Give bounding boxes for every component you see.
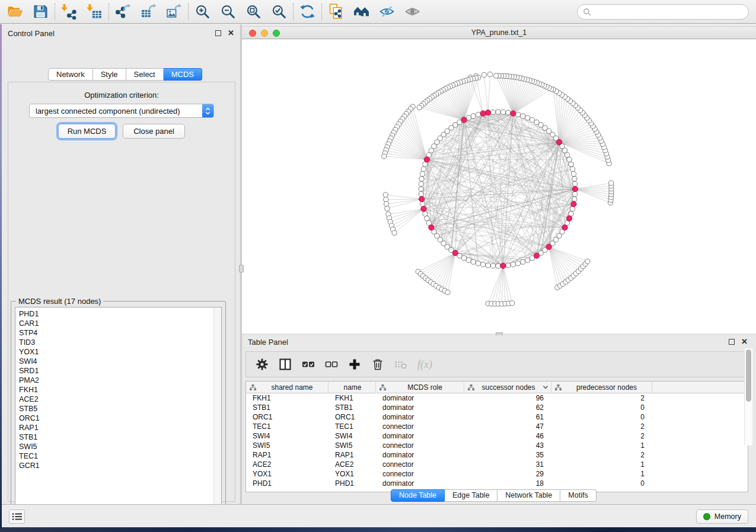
deselect-all-icon[interactable] <box>325 358 338 371</box>
table-cell: SWI5 <box>246 441 328 450</box>
list-item[interactable]: PMA2 <box>19 376 221 385</box>
network-window-titlebar[interactable]: YPA_prune.txt_1 <box>242 26 756 39</box>
tab-mcds[interactable]: MCDS <box>164 68 202 81</box>
table-row[interactable]: TEC1TEC1connector472 <box>246 422 748 431</box>
table-row[interactable]: ORC1ORC1dominator610 <box>246 412 748 422</box>
criterion-select[interactable]: largest connected component (undirected) <box>29 104 214 118</box>
table-scrollbar[interactable] <box>744 348 752 446</box>
eye-icon[interactable] <box>404 4 420 20</box>
select-all-icon[interactable] <box>302 358 315 371</box>
task-history-button[interactable] <box>9 509 25 524</box>
list-item[interactable]: STB1 <box>19 432 221 442</box>
open-folder-icon[interactable] <box>7 4 23 20</box>
tab-edge-table[interactable]: Edge Table <box>445 489 497 502</box>
list-item[interactable]: RAP1 <box>19 423 221 432</box>
table-row[interactable]: FKH1FKH1dominator962 <box>246 393 748 403</box>
column-header-name[interactable]: name <box>328 382 376 393</box>
network-window-title: YPA_prune.txt_1 <box>242 28 756 37</box>
search-input[interactable] <box>592 6 748 18</box>
houses-icon[interactable] <box>353 4 369 20</box>
list-item[interactable]: TID3 <box>19 338 221 347</box>
table-row[interactable]: ACE2ACE2connector311 <box>246 460 748 469</box>
table-cell: TEC1 <box>328 422 376 431</box>
column-header-MCDS-role[interactable]: MCDS role <box>376 382 464 393</box>
column-header-shared-name[interactable]: shared name <box>246 382 328 393</box>
list-item[interactable]: GCR1 <box>19 461 221 470</box>
memory-button[interactable]: Memory <box>696 509 748 524</box>
table-cell: 0 <box>551 412 652 422</box>
import-network-icon[interactable] <box>61 4 77 20</box>
eye-slash-icon[interactable] <box>379 4 395 20</box>
column-header-successor-nodes[interactable]: successor nodes <box>464 382 551 393</box>
tab-node-table[interactable]: Node Table <box>391 489 445 502</box>
list-item[interactable]: YOX1 <box>19 347 221 357</box>
refresh-icon[interactable] <box>299 4 315 20</box>
list-item[interactable]: SWI4 <box>19 357 221 366</box>
table-cell: ACE2 <box>328 460 376 469</box>
memory-label: Memory <box>714 512 741 521</box>
list-item[interactable]: ORC1 <box>19 414 221 423</box>
tab-motifs[interactable]: Motifs <box>560 489 596 502</box>
float-panel-icon[interactable] <box>215 30 221 36</box>
table-cell: FKH1 <box>246 393 328 403</box>
list-item[interactable]: PHD1 <box>19 309 221 319</box>
import-table-icon[interactable] <box>87 4 103 20</box>
zoom-fit-icon[interactable] <box>245 4 261 20</box>
zoom-out-icon[interactable] <box>220 4 236 20</box>
tab-network[interactable]: Network <box>48 68 93 81</box>
list-item[interactable]: SRD1 <box>19 366 221 376</box>
tab-select[interactable]: Select <box>126 68 164 81</box>
toolbar-divider <box>55 4 55 20</box>
list-item[interactable]: FKH1 <box>19 385 221 395</box>
table-row[interactable]: STB1STB1dominator620 <box>246 403 748 412</box>
list-item[interactable]: TEC1 <box>19 451 221 461</box>
mcds-result-list[interactable]: PHD1CAR1STP4TID3YOX1SWI4SRD1PMA2FKH1ACE2… <box>15 307 222 517</box>
documents-share-icon[interactable] <box>328 4 344 20</box>
add-icon[interactable] <box>348 358 361 371</box>
float-panel-icon[interactable] <box>729 339 735 345</box>
control-panel-tabs: NetworkStyleSelectMCDS <box>48 68 202 81</box>
close-panel-icon[interactable]: ✕ <box>228 29 234 37</box>
columns-icon[interactable] <box>279 358 292 371</box>
network-graph[interactable] <box>242 40 756 334</box>
trash-icon[interactable] <box>371 358 384 371</box>
toolbar-divider <box>188 4 189 20</box>
table-row[interactable]: PHD1PHD1dominator180 <box>246 479 748 488</box>
tab-style[interactable]: Style <box>93 68 126 81</box>
result-scrollbar[interactable] <box>213 307 221 517</box>
scrollbar-thumb[interactable] <box>746 350 751 402</box>
table-row[interactable]: YOX1YOX1connector291 <box>246 469 748 479</box>
vertical-splitter[interactable] <box>240 24 242 504</box>
table-row[interactable]: SWI5SWI5connector431 <box>246 441 748 450</box>
table-cell: ORC1 <box>328 412 376 422</box>
close-panel-button[interactable]: Close panel <box>123 124 185 139</box>
search-field[interactable] <box>577 4 749 20</box>
list-item[interactable]: STB5 <box>19 404 221 414</box>
close-panel-icon[interactable]: ✕ <box>741 338 748 346</box>
list-item[interactable]: STP4 <box>19 328 221 338</box>
network-view[interactable] <box>242 40 756 334</box>
table-cell: ORC1 <box>246 412 328 422</box>
table-panel-title: Table Panel <box>248 338 288 347</box>
save-icon[interactable] <box>33 4 49 20</box>
table-row[interactable]: SWI4SWI4dominator462 <box>246 431 748 441</box>
gear-icon[interactable] <box>256 358 269 371</box>
run-mcds-button[interactable]: Run MCDS <box>58 124 116 139</box>
export-network-icon[interactable] <box>115 4 131 20</box>
export-table-icon[interactable] <box>141 4 157 20</box>
table-cell: 31 <box>464 460 551 469</box>
zoom-in-icon[interactable] <box>194 4 210 20</box>
zoom-selected-icon[interactable] <box>271 4 287 20</box>
tab-network-table[interactable]: Network Table <box>497 489 560 502</box>
splitter-handle[interactable] <box>239 265 244 273</box>
export-image-icon[interactable] <box>166 4 182 20</box>
list-item[interactable]: ACE2 <box>19 395 221 404</box>
table-row[interactable]: RAP1RAP1dominator352 <box>246 450 748 460</box>
list-item[interactable]: SWI5 <box>19 442 221 451</box>
criterion-value: largest connected component (undirected) <box>30 107 202 116</box>
column-header-predecessor-nodes[interactable]: predecessor nodes <box>551 382 652 393</box>
table-cell: connector <box>376 441 464 450</box>
list-item[interactable]: CAR1 <box>19 319 221 328</box>
select-stepper-icon <box>202 104 213 117</box>
table-cell: 1 <box>551 469 652 479</box>
